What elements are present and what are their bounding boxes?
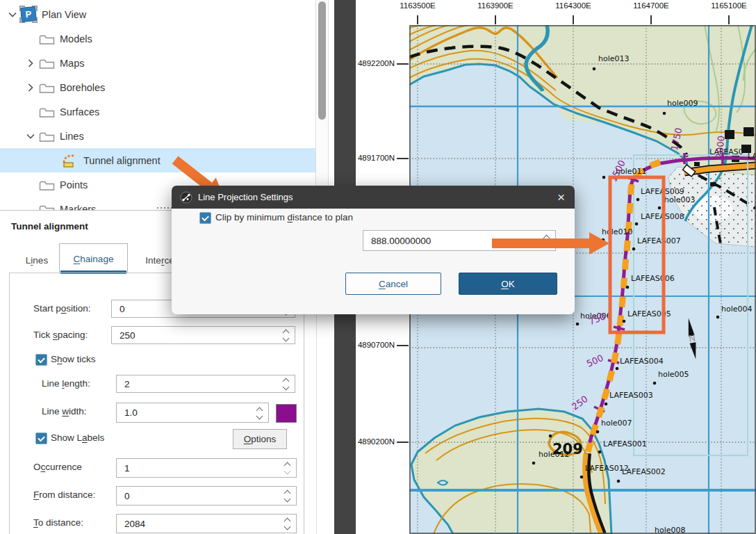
show-labels-checkbox[interactable] <box>35 432 47 444</box>
axis-tick <box>397 442 409 443</box>
axis-tick <box>397 63 409 65</box>
svg-text:hole003: hole003 <box>664 195 696 204</box>
tree-item-label: Markers <box>60 204 96 211</box>
options-button[interactable]: Options <box>233 429 287 449</box>
from-distance-label: From distance: <box>33 490 95 500</box>
tree-item-surfaces[interactable]: Surfaces <box>0 99 315 124</box>
axis-label-northing: 4890200N <box>356 437 395 446</box>
tree-item-label: Maps <box>60 58 84 69</box>
svg-text:LAFEAS003: LAFEAS003 <box>609 391 653 400</box>
tree-item-boreholes[interactable]: Boreholes <box>0 75 315 99</box>
chevron-right-icon[interactable] <box>24 82 38 93</box>
axis-label-easting: 1163900E <box>477 1 513 10</box>
chevron-down-icon[interactable] <box>6 9 19 20</box>
tree-item-tunnel-alignment[interactable]: Tunnel alignment <box>0 148 315 172</box>
cancel-button[interactable]: Cancel <box>345 273 441 295</box>
folder-icon <box>38 57 56 70</box>
spot-elevation: 209 <box>552 441 583 458</box>
tree-item-label: Surfaces <box>60 106 99 118</box>
show-ticks-checkbox[interactable] <box>35 354 47 366</box>
tree-item-models[interactable]: Models <box>0 26 315 51</box>
line-projection-settings-dialog: Line Projection Settings × Clip by minim… <box>172 186 575 314</box>
app-window: { "tree": { "items": [ {"label": "Plan V… <box>0 0 756 534</box>
tick-spacing-input[interactable]: 250 <box>111 326 295 344</box>
axis-tick <box>495 15 496 24</box>
axis-label-easting: 1163500E <box>400 1 436 10</box>
tree-item-label: Boreholes <box>60 82 105 93</box>
folder-icon <box>38 130 56 143</box>
line-length-label: Line length: <box>42 378 90 389</box>
tree-item-plan-view[interactable]: P Plan View <box>0 2 315 26</box>
tree-item-label: Points <box>60 179 88 191</box>
spinner[interactable] <box>284 518 291 531</box>
svg-text:LA: LA <box>748 152 756 161</box>
chevron-down-icon[interactable] <box>24 131 38 142</box>
spinner[interactable] <box>283 378 290 391</box>
svg-text:LAFEAS006: LAFEAS006 <box>631 274 675 283</box>
spinner[interactable] <box>256 407 263 420</box>
folder-icon <box>38 106 56 118</box>
svg-text:hole010: hole010 <box>602 227 633 236</box>
start-position-label: Start position: <box>33 303 91 314</box>
line-width-input[interactable]: 1.0 <box>116 403 269 423</box>
svg-text:LAFEAS004: LAFEAS004 <box>620 357 664 366</box>
axis-tick <box>728 15 730 24</box>
spinner[interactable] <box>543 235 550 248</box>
show-labels-label[interactable]: Show Labels <box>51 432 104 443</box>
svg-text:LAFEAS007: LAFEAS007 <box>637 236 681 245</box>
tree-item-label: Tunnel alignment <box>83 155 161 166</box>
svg-text:hole005: hole005 <box>658 370 689 379</box>
line-projection-icon <box>180 191 192 204</box>
to-distance-input[interactable]: 2084 <box>116 514 297 533</box>
to-distance-label: To distance: <box>33 517 83 528</box>
dialog-title-bar[interactable]: Line Projection Settings × <box>172 186 575 209</box>
axis-tick <box>397 158 409 159</box>
axis-tick <box>417 15 418 24</box>
from-distance-input[interactable]: 0 <box>116 486 297 505</box>
project-tree[interactable]: P Plan View Models Maps Boreholes Surfac… <box>0 0 316 210</box>
tree-item-label: Lines <box>60 131 84 142</box>
axis-tick <box>397 345 409 346</box>
tree-item-maps[interactable]: Maps <box>0 51 315 75</box>
spinner[interactable] <box>283 330 290 342</box>
svg-text:LAFEAS002: LAFEAS002 <box>622 467 666 476</box>
distance-input[interactable]: 888.00000000 <box>363 230 556 251</box>
ok-button[interactable]: OK <box>459 273 557 295</box>
svg-text:hole008: hole008 <box>655 526 686 534</box>
chevron-right-icon[interactable] <box>24 58 38 69</box>
tab-lines[interactable]: Lines <box>14 248 60 272</box>
tab-chainage[interactable]: Chainage <box>59 243 128 273</box>
axis-label-northing: 4890700N <box>356 341 395 349</box>
svg-text:hole013: hole013 <box>598 54 630 63</box>
occurrence-label: Occurrence <box>33 462 82 472</box>
show-ticks-label[interactable]: Show ticks <box>51 354 96 364</box>
clip-distance-label[interactable]: Clip by minimum distance to plan <box>215 212 353 222</box>
svg-text:hole007: hole007 <box>601 419 632 428</box>
axis-label-northing: 4892200N <box>356 59 395 67</box>
svg-text:LAFEAS001: LAFEAS001 <box>603 439 647 448</box>
axis-label-northing: 4891700N <box>356 154 395 162</box>
axis-label-easting: 1164700E <box>633 1 669 10</box>
line-length-input[interactable]: 2 <box>116 375 295 393</box>
axis-tick <box>573 15 574 24</box>
folder-icon <box>38 81 56 94</box>
scrollbar-thumb[interactable] <box>318 1 326 120</box>
tree-item-lines[interactable]: Lines <box>0 124 315 148</box>
clip-distance-checkbox[interactable] <box>199 212 211 224</box>
svg-text:hole004: hole004 <box>721 305 753 314</box>
tick-spacing-label: Tick spacing: <box>33 330 88 340</box>
line-color-swatch[interactable] <box>276 404 297 423</box>
spinner[interactable] <box>284 462 291 475</box>
close-icon[interactable]: × <box>556 191 566 204</box>
spinner[interactable] <box>284 490 291 503</box>
panel-title: Tunnel alignment <box>11 221 88 232</box>
axis-label-easting: 1165100E <box>711 1 747 10</box>
line-width-label: Line width: <box>42 406 87 416</box>
axis-tick <box>650 15 652 24</box>
tree-scrollbar[interactable] <box>317 0 329 210</box>
axis-label-easting: 1164300E <box>555 1 591 10</box>
tree-item-label: Plan View <box>42 9 86 20</box>
folder-icon <box>38 179 56 191</box>
occurrence-input[interactable]: 1 <box>116 458 297 478</box>
lagoon <box>438 480 447 485</box>
